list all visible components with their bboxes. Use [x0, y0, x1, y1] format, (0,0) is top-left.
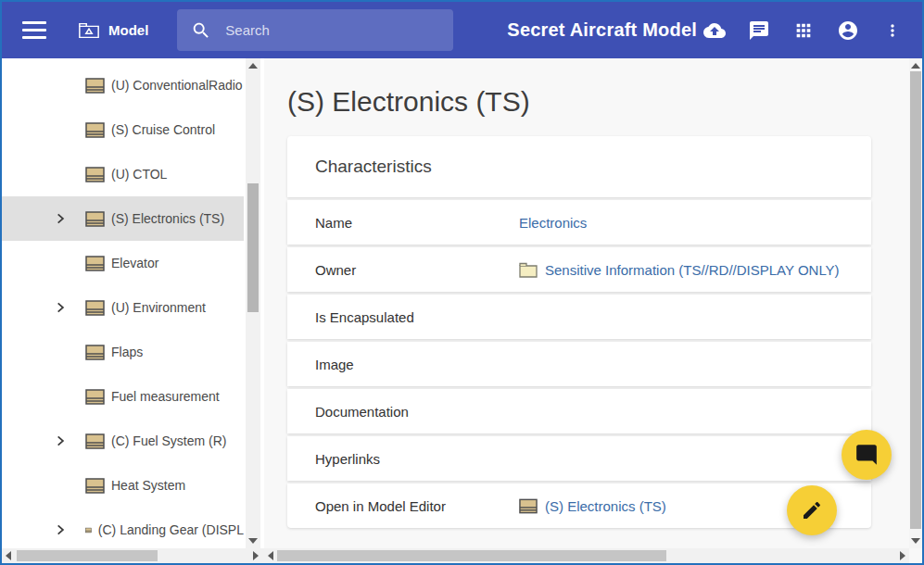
content-area: (U) ConventionalRadio (S) Cruise Control… — [2, 58, 922, 563]
property-row-open-in-model-editor: Open in Model Editor (S) Electronics (TS… — [287, 483, 871, 528]
model-tree: (U) ConventionalRadio (S) Cruise Control… — [2, 63, 244, 552]
tree-item-landing-gear[interactable]: (C) Landing Gear (DISPL — [2, 508, 244, 552]
property-row-documentation: Documentation — [287, 389, 871, 433]
tree-item-fuel-system[interactable]: (C) Fuel System (R) — [2, 419, 244, 463]
tree-item-label: Flaps — [111, 345, 143, 359]
tree-item-flaps[interactable]: Flaps — [2, 330, 244, 374]
characteristics-card: Characteristics Name Electronics Owner — [287, 136, 871, 528]
block-icon — [85, 300, 105, 316]
block-icon — [85, 433, 105, 449]
main-scrollbar-thumb[interactable] — [910, 71, 921, 529]
model-editor-value-link[interactable]: (S) Electronics (TS) — [545, 498, 666, 514]
tree-item-label: (C) Fuel System (R) — [111, 433, 226, 448]
tree-item-label: Heat System — [111, 478, 185, 493]
tree-item-label: (S) Cruise Control — [111, 122, 215, 137]
name-value-link[interactable]: Electronics — [519, 215, 587, 231]
sidebar-scrollbar-thumb[interactable] — [247, 183, 259, 312]
edit-pencil-icon — [801, 499, 823, 521]
page-title: (S) Electronics (TS) — [287, 86, 922, 118]
block-icon — [85, 478, 105, 494]
entity-detail-panel: (S) Electronics (TS) Characteristics Nam… — [264, 58, 922, 563]
page-header-title: Secret Aircraft Model — [507, 19, 697, 41]
model-tree-sidebar: (U) ConventionalRadio (S) Cruise Control… — [2, 58, 264, 563]
block-icon — [85, 167, 105, 182]
block-icon — [85, 78, 105, 94]
property-label: Name — [315, 215, 519, 231]
property-label: Is Encapsulated — [315, 309, 519, 325]
property-label: Documentation — [315, 404, 519, 420]
scroll-left-arrow[interactable] — [6, 551, 11, 560]
scroll-up-arrow[interactable] — [248, 63, 258, 69]
tree-item-ctol[interactable]: (U) CTOL — [2, 152, 244, 196]
scroll-right-arrow[interactable] — [900, 551, 905, 560]
block-icon — [85, 345, 105, 360]
property-row-name: Name Electronics — [287, 200, 871, 245]
edit-fab[interactable] — [787, 485, 837, 535]
sidebar-hscrollbar-thumb[interactable] — [17, 550, 158, 561]
block-icon — [85, 256, 105, 271]
property-row-hyperlinks: Hyperlinks — [287, 436, 871, 481]
tree-item-label: (U) ConventionalRadio — [111, 78, 243, 93]
property-row-image: Image — [287, 342, 871, 386]
tree-item-label: Elevator — [111, 256, 158, 270]
comment-fab-icon — [854, 443, 879, 467]
main-vertical-scrollbar[interactable] — [909, 58, 922, 548]
scroll-up-arrow[interactable] — [911, 63, 920, 69]
block-icon — [85, 389, 105, 405]
app-window: Model Secret Aircraft Model — [0, 0, 924, 565]
main-horizontal-scrollbar[interactable] — [264, 548, 909, 563]
property-row-owner: Owner Sensitive Information (TS//RD//DIS… — [287, 247, 871, 292]
scroll-right-arrow[interactable] — [253, 551, 259, 560]
property-row-is-encapsulated: Is Encapsulated — [287, 295, 871, 339]
model-button[interactable]: Model — [78, 19, 148, 42]
tree-item-fuel-measurement[interactable]: Fuel measurement — [2, 374, 244, 419]
tree-item-heat-system[interactable]: Heat System — [2, 463, 244, 508]
tree-item-environment[interactable]: (U) Environment — [2, 285, 244, 330]
apps-grid-icon[interactable] — [792, 19, 815, 42]
hamburger-menu-icon[interactable] — [22, 21, 46, 39]
sidebar-vertical-scrollbar[interactable] — [246, 58, 260, 548]
app-bar-actions — [703, 19, 904, 42]
app-bar: Model Secret Aircraft Model — [2, 2, 922, 58]
block-icon — [85, 122, 105, 138]
search-icon — [190, 19, 212, 42]
block-icon — [85, 522, 92, 538]
tree-item-label: (U) CTOL — [111, 167, 167, 182]
search-box[interactable] — [177, 9, 453, 51]
chevron-right-icon[interactable] — [54, 434, 67, 447]
owner-value-link[interactable]: Sensitive Information (TS//RD//DISPLAY O… — [545, 262, 840, 278]
chat-icon[interactable] — [748, 19, 770, 42]
account-icon[interactable] — [837, 19, 859, 42]
scroll-left-arrow[interactable] — [268, 551, 273, 560]
scroll-down-arrow[interactable] — [248, 538, 258, 544]
search-input[interactable] — [225, 22, 438, 38]
tree-item-electronics-selected[interactable]: (S) Electronics (TS) — [2, 196, 244, 241]
tree-item-cruise-control[interactable]: (S) Cruise Control — [2, 107, 244, 152]
tree-item-label: (U) Environment — [111, 300, 206, 315]
property-label: Open in Model Editor — [315, 498, 519, 514]
tree-item-elevator[interactable]: Elevator — [2, 241, 244, 285]
property-label: Owner — [315, 262, 519, 278]
folder-icon — [519, 262, 538, 278]
block-icon — [85, 211, 105, 227]
sidebar-horizontal-scrollbar[interactable] — [2, 548, 264, 563]
main-hscrollbar-thumb[interactable] — [277, 550, 666, 561]
cloud-upload-icon[interactable] — [703, 19, 726, 42]
card-title: Characteristics — [287, 136, 871, 197]
chevron-right-icon[interactable] — [54, 212, 67, 225]
property-label: Image — [315, 357, 519, 372]
tree-item-conventionalradio[interactable]: (U) ConventionalRadio — [2, 63, 244, 107]
comment-fab[interactable] — [842, 430, 892, 480]
model-button-label: Model — [108, 22, 148, 38]
chevron-right-icon[interactable] — [54, 523, 67, 536]
more-vert-icon[interactable] — [881, 19, 904, 42]
model-folder-icon — [78, 19, 100, 42]
tree-item-label: (S) Electronics (TS) — [111, 211, 224, 226]
scroll-down-arrow[interactable] — [911, 538, 920, 544]
tree-item-label: (C) Landing Gear (DISPL — [98, 522, 244, 537]
block-icon — [519, 498, 538, 514]
chevron-right-icon[interactable] — [54, 301, 67, 314]
property-label: Hyperlinks — [315, 451, 519, 467]
tree-item-label: Fuel measurement — [111, 389, 220, 404]
